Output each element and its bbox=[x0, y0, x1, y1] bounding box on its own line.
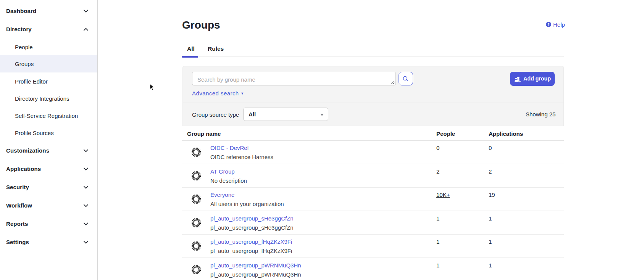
svg-text:?: ? bbox=[547, 22, 550, 26]
